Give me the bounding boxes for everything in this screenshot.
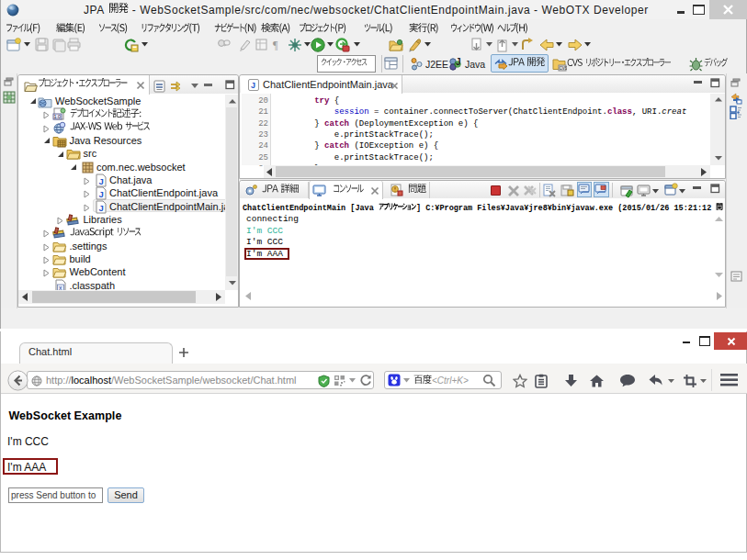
svg-text:J: J (99, 175, 104, 185)
svg-text:J: J (99, 189, 104, 199)
svg-text:J: J (251, 81, 255, 90)
svg-text:1.0: 1.0 (54, 114, 62, 119)
svg-text:J: J (99, 202, 104, 212)
svg-text:CVS: CVS (560, 66, 567, 71)
svg-text:¶: ¶ (273, 39, 278, 51)
svg-text:J: J (456, 57, 461, 67)
